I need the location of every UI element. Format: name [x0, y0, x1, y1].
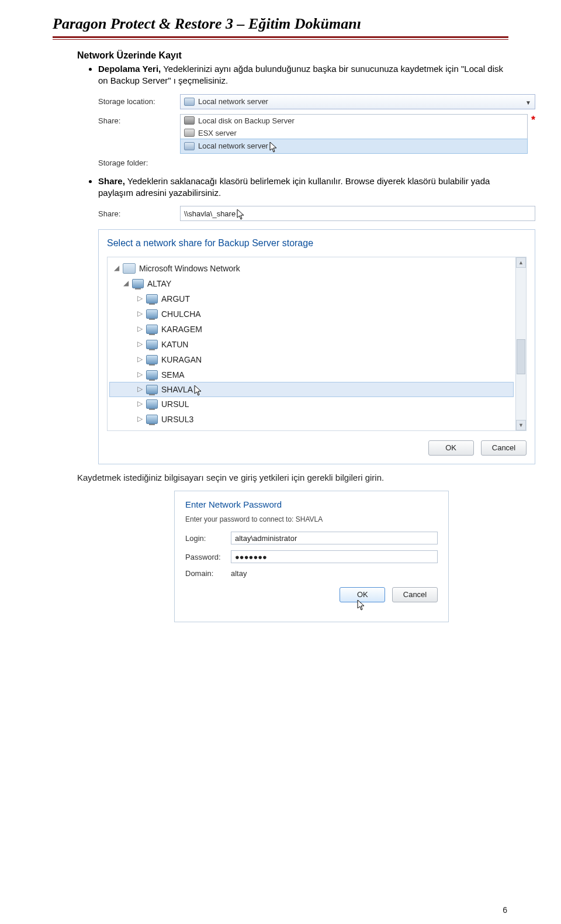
dd-item-label: Local disk on Backup Server: [198, 116, 295, 125]
expand-icon[interactable]: ▷: [136, 385, 144, 394]
tree-node[interactable]: ▷ ARGUT: [110, 291, 513, 306]
tree-root[interactable]: ◢ Microsoft Windows Network: [110, 261, 513, 276]
dd-item-local-disk[interactable]: Local disk on Backup Server: [181, 115, 527, 127]
cursor-icon: [357, 600, 365, 611]
cancel-button[interactable]: Cancel: [481, 440, 527, 456]
tree-node-label: URSUL: [161, 399, 189, 409]
tree-node-label: CHULCHA: [161, 309, 201, 319]
expand-icon[interactable]: ▷: [136, 415, 144, 423]
tree-group[interactable]: ◢ ALTAY: [110, 276, 513, 291]
scroll-down-icon[interactable]: ▼: [516, 420, 526, 430]
tree-node-selected[interactable]: ▷ SHAVLA: [109, 382, 514, 397]
chevron-down-icon: ▼: [525, 99, 531, 106]
computer-icon: [146, 340, 158, 349]
expand-icon[interactable]: ▷: [136, 310, 144, 318]
bullet-storage-bold: Depolama Yeri,: [98, 64, 161, 74]
expand-icon[interactable]: ▷: [136, 400, 144, 408]
cursor-icon: [194, 385, 202, 396]
computer-icon: [146, 399, 158, 409]
tree-node[interactable]: ▷ KURAGAN: [110, 352, 513, 367]
scrollbar[interactable]: ▲ ▼: [516, 257, 527, 431]
expand-icon[interactable]: ▷: [136, 340, 144, 349]
tree-node[interactable]: ▷ KATUN: [110, 337, 513, 352]
tree-node[interactable]: ▷ URSUL3: [110, 412, 513, 427]
bullet-share: Share, Yedeklerin saklanacağı klasörü be…: [98, 175, 508, 199]
expand-icon[interactable]: ▷: [136, 325, 144, 333]
tree-node-label: KURAGAN: [161, 355, 202, 364]
computer-icon: [146, 294, 158, 304]
scroll-thumb[interactable]: [517, 339, 525, 374]
login-value: altay\administrator: [235, 534, 297, 543]
required-asterisk: *: [531, 114, 535, 126]
page-title: Paragon Protect & Restore 3 – Eğitim Dok…: [53, 15, 508, 36]
tree-node-label: SHAVLA: [161, 385, 193, 394]
tree-node-label: ARGUT: [161, 294, 190, 304]
cancel-button[interactable]: Cancel: [392, 587, 438, 602]
tree-node[interactable]: ▷ SEMA: [110, 367, 513, 382]
password-input[interactable]: ●●●●●●●: [231, 550, 438, 563]
share-input[interactable]: \\shavla\_share: [180, 206, 535, 221]
share-label: Share:: [98, 114, 180, 125]
password-value: ●●●●●●●: [235, 553, 267, 561]
storage-location-dropdown[interactable]: Local disk on Backup Server ESX server L…: [180, 114, 528, 154]
scroll-up-icon[interactable]: ▲: [516, 257, 526, 268]
server-stack-icon: [184, 129, 195, 137]
tree-node[interactable]: ▷ URSUL: [110, 397, 513, 412]
computer-icon: [146, 309, 158, 319]
password-dialog-title: Enter Network Password: [185, 499, 438, 509]
page-number: 6: [503, 905, 507, 915]
expand-icon[interactable]: ▷: [136, 371, 144, 379]
dd-item-label: ESX server: [198, 129, 237, 137]
tree-group-label: ALTAY: [147, 279, 171, 288]
tree-root-label: Microsoft Windows Network: [139, 264, 240, 273]
cursor-icon: [269, 142, 278, 153]
expand-icon[interactable]: ▷: [136, 295, 144, 303]
dd-item-esx[interactable]: ESX server: [181, 127, 527, 139]
computer-icon: [146, 370, 158, 380]
section-heading: Network Üzerinde Kayıt: [77, 50, 508, 61]
tree-node[interactable]: ▷ KARAGEM: [110, 322, 513, 337]
password-dialog-subtitle: Enter your password to connect to: SHAVL…: [185, 515, 438, 523]
network-share-dialog: Select a network share for Backup Server…: [98, 229, 535, 464]
storage-location-value: Local network server: [198, 97, 268, 106]
collapse-icon[interactable]: ◢: [112, 264, 120, 273]
share-input-panel: Share: \\shavla\_share: [98, 206, 535, 221]
login-input[interactable]: altay\administrator: [231, 532, 438, 544]
bullet-share-bold: Share,: [98, 176, 125, 186]
storage-location-label: Storage location:: [98, 97, 180, 106]
paragraph-select-computer: Kaydetmek istediğiniz bilgisayarı seçin …: [77, 473, 508, 482]
network-password-dialog: Enter Network Password Enter your passwo…: [174, 491, 449, 622]
storage-location-panel: Storage location: Local network server ▼…: [98, 94, 535, 167]
workgroup-icon: [132, 279, 144, 288]
expand-icon[interactable]: ▷: [136, 356, 144, 364]
server-icon: [184, 142, 195, 150]
share-label-2: Share:: [98, 209, 180, 218]
storage-location-combo[interactable]: Local network server ▼: [180, 94, 535, 109]
bullet-storage: Depolama Yeri, Yedeklerinizi aynı ağda b…: [98, 63, 508, 87]
dialog-title: Select a network share for Backup Server…: [107, 238, 527, 249]
computer-icon: [146, 325, 158, 334]
login-label: Login:: [185, 534, 231, 543]
domain-value: altay: [231, 569, 438, 578]
dd-item-local-network[interactable]: Local network server: [180, 139, 528, 154]
tree-node-label: URSUL3: [161, 415, 193, 424]
computer-icon: [146, 355, 158, 364]
server-icon: [184, 98, 195, 106]
ok-button[interactable]: OK: [428, 440, 474, 456]
domain-label: Domain:: [185, 569, 231, 578]
tree-node-label: SEMA: [161, 370, 185, 380]
bullet-share-text: Yedeklerin saklanacağı klasörü belirleme…: [98, 176, 490, 198]
tree-node-label: KARAGEM: [161, 325, 202, 334]
tree-node[interactable]: ▷ CHULCHA: [110, 306, 513, 322]
computer-icon: [146, 385, 158, 394]
password-label: Password:: [185, 553, 231, 561]
computer-icon: [146, 415, 158, 424]
network-tree[interactable]: ◢ Microsoft Windows Network ◢ ALTAY ▷ AR…: [107, 257, 516, 431]
collapse-icon[interactable]: ◢: [122, 280, 130, 288]
storage-folder-label: Storage folder:: [98, 158, 180, 167]
network-icon: [123, 263, 136, 274]
tree-node-label: KATUN: [161, 340, 188, 349]
cursor-icon: [237, 209, 245, 220]
title-rule: [53, 36, 508, 40]
share-input-value: \\shavla\_share: [184, 209, 236, 218]
